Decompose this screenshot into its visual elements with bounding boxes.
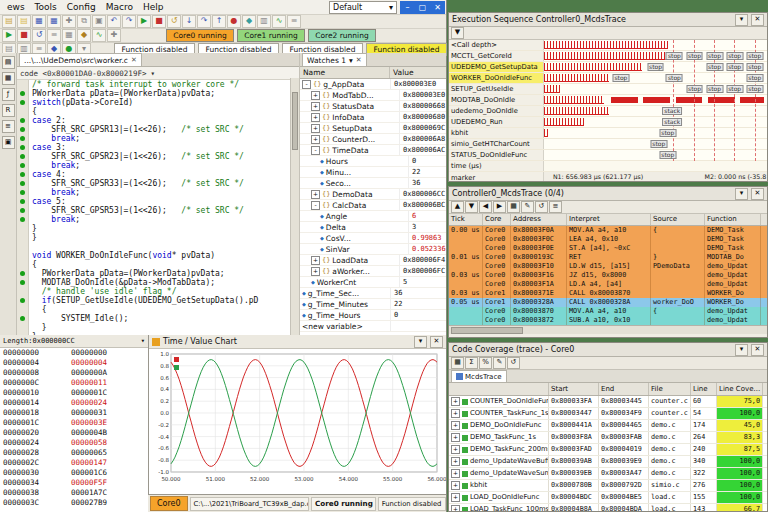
breakpoint-gutter[interactable] (17, 179, 29, 188)
sum-icon[interactable]: Σ (465, 357, 478, 369)
reset2-icon[interactable]: ↺ (32, 29, 46, 42)
sequence-row[interactable]: WORKER_DoOnIdleFuncstopstopstop (449, 73, 767, 84)
expand-icon[interactable]: + (311, 267, 320, 276)
watch-row[interactable]: ◆Minu...22 (300, 167, 446, 178)
panel-menu-icon[interactable]: ▾ (735, 188, 748, 200)
memory-row[interactable]: 0000001C0000003E (0, 418, 148, 428)
memory-row[interactable]: 0000001400000024 (0, 398, 148, 408)
breakpoint-gutter[interactable] (17, 197, 29, 206)
memory-row[interactable]: 000000200000004B (0, 428, 148, 438)
trace-row[interactable]: Core00x80003F0EST.A [a4], ~0xCDEMO_Task (449, 244, 767, 253)
watch-row[interactable]: -{}TimeData0x800006AC (300, 145, 446, 156)
minimize-button[interactable]: – (400, 1, 415, 14)
list-icon[interactable]: ≡ (47, 29, 61, 42)
expand-icon[interactable]: + (311, 135, 320, 144)
column-header-source[interactable]: Source (651, 214, 705, 225)
memory-row[interactable]: 0000003400000F5F (0, 478, 148, 488)
panel-menu-icon[interactable]: ▾ (735, 344, 748, 356)
peripherals-icon[interactable]: ▣ (2, 136, 15, 149)
coverage-row[interactable]: +demo_UpdateWaveBuffer0x800039AB0x800039… (449, 456, 767, 468)
code-range-combo[interactable]: code <0x80001DA0-0x8000219F> ▾ (17, 67, 299, 80)
trace-row[interactable]: Core00x80003F10LD.W d15, [a15]PDemoDatad… (449, 262, 767, 271)
expand-icon[interactable]: + (311, 256, 320, 265)
breakpoint-gutter[interactable] (17, 188, 29, 197)
memory-row[interactable]: 0000000400000004 (0, 358, 148, 368)
menu-item-tools[interactable]: Tools (30, 2, 62, 12)
column-header-Start[interactable]: Start (549, 383, 599, 395)
stack-icon[interactable]: ≡ (2, 120, 15, 133)
breakpoint-gutter[interactable] (17, 224, 29, 233)
sequence-row[interactable]: MCCTL_GetCoreIdstopstopstopstopstop (449, 51, 767, 62)
watch-row[interactable]: -{}g_AppData0x800003E0 (300, 79, 446, 90)
coverage-row[interactable]: +LOAD_TaskFunc_100ms0x80004B8A0x80004BDA… (449, 504, 767, 512)
memory-row[interactable]: 000000100000001C (0, 388, 148, 398)
grid-view-icon[interactable]: ▦ (451, 357, 464, 369)
expand-icon[interactable]: + (451, 445, 460, 454)
sequence-row[interactable]: udedemo_DoOnIdlestack (449, 106, 767, 117)
watch-row[interactable]: +{}CounterD...0x800006A8 (300, 134, 446, 145)
options-icon[interactable]: ≡ (549, 201, 562, 213)
coverage-row[interactable]: +COUNTER_TaskFunc_1s0x800034470x800034F9… (449, 408, 767, 420)
column-header-tick[interactable]: Tick (449, 214, 483, 225)
trace-row[interactable]: Core00x80003F1ALD.A a4, [a4]demo_Updat (449, 280, 767, 289)
breakpoint-gutter[interactable] (17, 260, 29, 269)
coverage-row[interactable]: +DEMO_TaskFunc_200ms0x80003FAD0x80004019… (449, 444, 767, 456)
breakpoint-gutter[interactable] (17, 107, 29, 116)
breakpoint-gutter[interactable] (17, 296, 29, 305)
watch-row[interactable]: +{}DemoData0x800006CC (300, 189, 446, 200)
breakpoint-gutter[interactable] (17, 323, 29, 332)
memory-row[interactable]: 0000002800000065 (0, 448, 148, 458)
sequence-row[interactable]: MODTAB_DoOnIdle (449, 95, 767, 106)
scroll-down-icon[interactable]: ▼ (465, 201, 478, 213)
breakpoint-gutter[interactable] (17, 305, 29, 314)
menu-item-config[interactable]: Config (62, 2, 101, 12)
breakpoint-gutter[interactable] (17, 314, 29, 323)
close-icon[interactable]: ✕ (131, 56, 137, 64)
coverage-row[interactable]: +LOAD_DoOnIdleFunc0x80004BDC0x80004BE5lo… (449, 492, 767, 504)
tab-core0[interactable]: Core0 (150, 496, 188, 511)
step-out-icon[interactable]: ↑ (212, 15, 226, 28)
step-back-icon[interactable]: ◀ (479, 201, 492, 213)
close-icon[interactable]: ✕ (751, 14, 764, 26)
column-header-End[interactable]: End (599, 383, 649, 395)
breakpoint-gutter[interactable] (17, 116, 29, 125)
scrollbar-thumb[interactable] (292, 92, 298, 150)
symbol-icon[interactable]: ◆ (77, 29, 91, 42)
trace-row[interactable]: 0.05 usCore10x8000328ACALL 0x8000328Awor… (449, 298, 767, 307)
watch-row[interactable]: <new variable> (300, 321, 446, 332)
breakpoint-gutter[interactable] (17, 215, 29, 224)
run2-icon[interactable]: ▶ (2, 29, 16, 42)
expand-icon[interactable]: + (451, 481, 460, 490)
marker-track[interactable]: N1: 656.983 µs (621.177 µs) M2: 0.000 ns… (544, 172, 767, 182)
memory-row[interactable]: 00000030000001C6 (0, 468, 148, 478)
expand-icon[interactable]: + (311, 190, 320, 199)
watch-row[interactable]: -{}CalcData0x800006BC (300, 200, 446, 211)
copy-icon[interactable]: ⧉ (77, 15, 91, 28)
watch-icon[interactable]: ◆ (242, 15, 256, 28)
step-over-icon[interactable]: ↷ (197, 15, 211, 28)
trace-row[interactable]: Core00x80003F0CLEA a4, 0x10DEMO_Task (449, 235, 767, 244)
code-editor[interactable]: /* forward task interrupt to worker core… (17, 80, 299, 335)
breakpoint-gutter[interactable] (17, 125, 29, 134)
column-header-core[interactable]: Core (483, 214, 511, 225)
column-header-interpret[interactable]: Interpret (567, 214, 651, 225)
step-into-icon[interactable]: ↓ (182, 15, 196, 28)
close-icon[interactable]: ✕ (751, 344, 764, 356)
column-header-function[interactable]: Function (705, 214, 761, 225)
coverage-row[interactable]: +demo_UpdateWaveSum0x800039EB0x80003A47d… (449, 468, 767, 480)
watch-row[interactable]: ◆Delta3 (300, 222, 446, 233)
memory-row[interactable]: 0000002C00000147 (0, 458, 148, 468)
maximize-button[interactable]: ▢ (415, 1, 430, 14)
watch-row[interactable]: ◆Seco...36 (300, 178, 446, 189)
tab-watches[interactable]: Watches 1 ▾ ✕ (302, 53, 367, 66)
watch-row[interactable]: ◆g_Time_Hours0 (300, 310, 446, 321)
step-forward-icon[interactable]: ▶ (493, 201, 506, 213)
memory-row[interactable]: 0000003C000027B9 (0, 498, 148, 508)
close-icon[interactable]: ✕ (356, 56, 362, 64)
coverage-row[interactable]: +DEMO_DoOnIdleFunc0x8000441A0x80004465de… (449, 420, 767, 432)
open-icon[interactable]: ▤ (17, 15, 31, 28)
trace-row[interactable]: Core00x80003872SUB.A a10, 0x10demo_Updat (449, 316, 767, 325)
percent-icon[interactable]: % (479, 357, 492, 369)
breakpoint-gutter[interactable] (17, 80, 29, 89)
grid-icon[interactable]: ▦ (62, 29, 76, 42)
